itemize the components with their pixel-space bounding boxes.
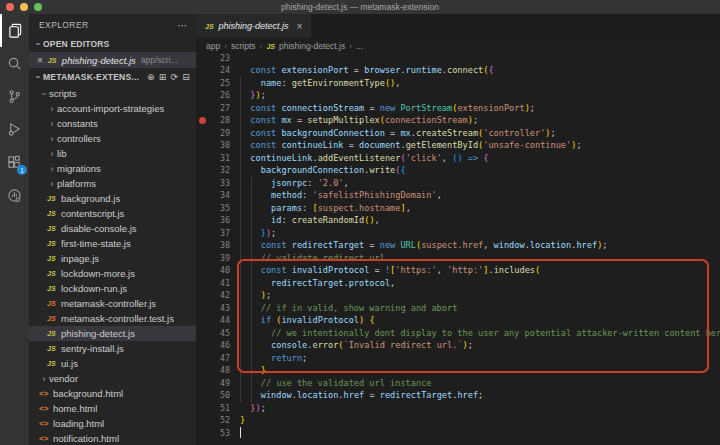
line-number[interactable]: 49 [196, 378, 230, 388]
tree-item-platforms[interactable]: ›platforms [29, 176, 196, 191]
tree-item-loading.html[interactable]: <>loading.html [29, 416, 196, 431]
extensions-icon[interactable]: 1 [0, 146, 29, 179]
line-number[interactable]: 29 [196, 128, 230, 138]
code-line-52[interactable]: 52} [196, 414, 720, 427]
tree-item-lockdown-run.js[interactable]: JSlockdown-run.js [29, 281, 196, 296]
code-line-43[interactable]: 43 // if in valid, show warning and abor… [196, 302, 720, 315]
tree-item-lockdown-more.js[interactable]: JSlockdown-more.js [29, 266, 196, 281]
code-line-35[interactable]: 35 params: [suspect.hostname], [196, 202, 720, 215]
line-number[interactable]: 45 [196, 328, 230, 338]
line-number[interactable]: 31 [196, 153, 230, 163]
line-number[interactable]: 35 [196, 203, 230, 213]
code-line-41[interactable]: 41 redirectTarget.protocol, [196, 277, 720, 290]
tree-item-sentry-install.js[interactable]: JSsentry-install.js [29, 341, 196, 356]
code-line-24[interactable]: 24 const extensionPort = browser.runtime… [196, 64, 720, 77]
code-line-33[interactable]: 33 jsonrpc: '2.0', [196, 177, 720, 190]
run-debug-icon[interactable] [0, 113, 29, 146]
tab-phishing-detect[interactable]: JS phishing-detect.js × [196, 14, 311, 38]
code-line-46[interactable]: 46 console.error(`Invalid redirect url.`… [196, 339, 720, 352]
line-number[interactable]: 34 [196, 190, 230, 200]
tree-item-metamask-controller.js[interactable]: JSmetamask-controller.js [29, 296, 196, 311]
code-line-48[interactable]: 48 } [196, 364, 720, 377]
tree-item-vendor[interactable]: ›vendor [29, 371, 196, 386]
code-line-44[interactable]: 44 if (invalidProtocol) { [196, 314, 720, 327]
breadcrumb-file[interactable]: phishing-detect.js [279, 41, 345, 51]
zoom-window-button[interactable] [34, 3, 42, 11]
code-line-30[interactable]: 30 const continueLink = document.getElem… [196, 139, 720, 152]
audio-extension-icon[interactable] [0, 179, 29, 212]
tree-item-background.js[interactable]: JSbackground.js [29, 191, 196, 206]
breadcrumb-app[interactable]: app [206, 41, 220, 51]
code-line-50[interactable]: 50 window.location.href = redirectTarget… [196, 389, 720, 402]
close-window-button[interactable] [6, 3, 14, 11]
tree-item-account-import-strategies[interactable]: ›account-import-strategies [29, 101, 196, 116]
line-number[interactable]: 36 [196, 215, 230, 225]
code-editor[interactable]: 2324 const extensionPort = browser.runti… [196, 54, 720, 445]
line-number[interactable]: 37 [196, 228, 230, 238]
line-number[interactable]: 38 [196, 240, 230, 250]
tree-item-migrations[interactable]: ›migrations [29, 161, 196, 176]
tree-item-notification.html[interactable]: <>notification.html [29, 431, 196, 445]
line-number[interactable]: 48 [196, 365, 230, 375]
code-line-31[interactable]: 31 continueLink.addEventListener('click'… [196, 152, 720, 165]
source-control-icon[interactable] [0, 80, 29, 113]
minimize-window-button[interactable] [20, 3, 28, 11]
line-number[interactable]: 27 [196, 103, 230, 113]
line-number[interactable]: 40 [196, 265, 230, 275]
code-line-27[interactable]: 27 const connectionStream = new PortStre… [196, 102, 720, 115]
code-line-28[interactable]: 28 const mx = setupMultiplex(connectionS… [196, 114, 720, 127]
code-line-42[interactable]: 42 ); [196, 289, 720, 302]
tree-item-first-time-state.js[interactable]: JSfirst-time-state.js [29, 236, 196, 251]
tree-item-home.html[interactable]: <>home.html [29, 401, 196, 416]
breadcrumb-scripts[interactable]: scripts [231, 41, 256, 51]
line-number[interactable]: 51 [196, 403, 230, 413]
line-number[interactable]: 44 [196, 315, 230, 325]
close-tab-icon[interactable]: × [297, 21, 303, 32]
tree-item-scripts[interactable]: ›scripts [29, 86, 196, 101]
code-line-34[interactable]: 34 method: 'safelistPhishingDomain', [196, 189, 720, 202]
line-number[interactable]: 33 [196, 178, 230, 188]
line-number[interactable]: 52 [196, 415, 230, 425]
line-number[interactable]: 46 [196, 340, 230, 350]
tree-item-contentscript.js[interactable]: JScontentscript.js [29, 206, 196, 221]
code-line-47[interactable]: 47 return; [196, 352, 720, 365]
code-line-32[interactable]: 32 backgroundConnection.write({ [196, 164, 720, 177]
tree-item-constants[interactable]: ›constants [29, 116, 196, 131]
close-icon[interactable]: × [37, 55, 43, 66]
code-line-36[interactable]: 36 id: createRandomId(), [196, 214, 720, 227]
open-editor-item-phishing-detect[interactable]: × JS phishing-detect.js app/scri... [29, 52, 196, 68]
code-line-39[interactable]: 39 // validate redirect url [196, 252, 720, 265]
tree-item-lib[interactable]: ›lib [29, 146, 196, 161]
breadcrumb-symbol[interactable]: ... [356, 41, 363, 51]
code-line-25[interactable]: 25 name: getEnvironmentType(), [196, 77, 720, 90]
tree-item-phishing-detect.js[interactable]: JSphishing-detect.js [29, 326, 196, 341]
line-number[interactable]: 25 [196, 78, 230, 88]
code-line-37[interactable]: 37 }); [196, 227, 720, 240]
line-number[interactable]: 26 [196, 90, 230, 100]
line-number[interactable]: 47 [196, 353, 230, 363]
code-line-29[interactable]: 29 const backgroundConnection = mx.creat… [196, 127, 720, 140]
code-line-53[interactable]: 53 [196, 427, 720, 440]
code-line-40[interactable]: 40 const invalidProtocol = !['https:', '… [196, 264, 720, 277]
line-number[interactable]: 53 [196, 428, 230, 438]
line-number[interactable]: 23 [196, 54, 230, 63]
tree-item-metamask-controller.test.js[interactable]: JSmetamask-controller.test.js [29, 311, 196, 326]
tree-item-background.html[interactable]: <>background.html [29, 386, 196, 401]
line-number[interactable]: 50 [196, 390, 230, 400]
refresh-icon[interactable]: ⟳ [171, 72, 179, 82]
new-folder-icon[interactable]: ⊞ [159, 72, 167, 82]
line-number[interactable]: 32 [196, 165, 230, 175]
code-line-51[interactable]: 51 }); [196, 402, 720, 415]
tree-item-disable-console.js[interactable]: JSdisable-console.js [29, 221, 196, 236]
line-number[interactable]: 41 [196, 278, 230, 288]
code-line-38[interactable]: 38 const redirectTarget = new URL(suspec… [196, 239, 720, 252]
tree-item-controllers[interactable]: ›controllers [29, 131, 196, 146]
collapse-folders-icon[interactable]: ⊟ [182, 72, 190, 82]
code-line-23[interactable]: 23 [196, 54, 720, 64]
line-number[interactable]: 42 [196, 290, 230, 300]
breakpoint-dot[interactable] [199, 117, 206, 124]
open-editors-section[interactable]: › OPEN EDITORS [29, 36, 196, 52]
tree-item-inpage.js[interactable]: JSinpage.js [29, 251, 196, 266]
views-and-more-actions-icon[interactable]: ⋯ [178, 20, 188, 31]
code-line-49[interactable]: 49 // use the validated url instance [196, 377, 720, 390]
